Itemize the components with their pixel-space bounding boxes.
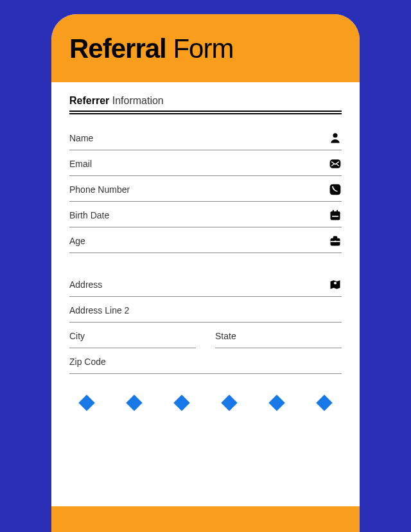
city-state-row: City State xyxy=(69,323,342,348)
field-gap xyxy=(69,253,342,271)
diamond-divider xyxy=(69,374,342,427)
address-label: Address xyxy=(69,279,102,290)
age-label: Age xyxy=(69,236,85,246)
birth-field[interactable]: Birth Date xyxy=(69,202,342,227)
zip-field[interactable]: Zip Code xyxy=(69,348,342,374)
svg-rect-7 xyxy=(337,209,338,212)
birth-label: Birth Date xyxy=(69,210,109,220)
section-rest: Information xyxy=(109,95,163,106)
city-field[interactable]: City xyxy=(69,323,196,348)
svg-rect-9 xyxy=(333,236,338,238)
diamond-icon xyxy=(173,395,189,411)
map-icon xyxy=(329,278,342,291)
svg-rect-1 xyxy=(330,159,341,168)
phone-field[interactable]: Phone Number xyxy=(69,176,342,202)
form-header: Referral Form xyxy=(51,14,360,82)
diamond-icon xyxy=(316,395,332,411)
svg-point-11 xyxy=(335,240,337,242)
age-field[interactable]: Age xyxy=(69,227,342,253)
calendar-icon xyxy=(329,209,342,222)
page-title: Referral Form xyxy=(69,33,342,64)
briefcase-icon xyxy=(329,235,342,247)
phone-label: Phone Number xyxy=(69,184,130,195)
zip-label: Zip Code xyxy=(69,357,106,367)
section-title: Referrer Information xyxy=(69,95,342,107)
state-field[interactable]: State xyxy=(215,323,342,348)
form-footer xyxy=(51,506,360,532)
person-icon xyxy=(329,132,342,145)
section-bold: Referrer xyxy=(69,95,109,106)
phone-icon xyxy=(329,183,342,196)
title-bold: Referral xyxy=(69,33,166,64)
title-rest: Form xyxy=(166,33,234,64)
email-icon xyxy=(329,157,342,170)
diamond-icon xyxy=(268,395,284,411)
email-field[interactable]: Email xyxy=(69,150,342,176)
svg-point-12 xyxy=(334,281,337,284)
svg-point-0 xyxy=(333,133,338,137)
name-label: Name xyxy=(69,133,93,143)
svg-rect-6 xyxy=(333,209,334,212)
svg-rect-4 xyxy=(331,211,340,214)
city-label: City xyxy=(69,331,85,341)
section-rule xyxy=(69,111,342,114)
name-field[interactable]: Name xyxy=(69,125,342,150)
svg-rect-2 xyxy=(330,184,341,195)
address2-field[interactable]: Address Line 2 xyxy=(69,297,342,323)
email-label: Email xyxy=(69,159,92,169)
address-field[interactable]: Address xyxy=(69,271,342,297)
diamond-icon xyxy=(126,395,142,411)
svg-rect-5 xyxy=(332,215,338,217)
form-card: Referral Form Referrer Information Name … xyxy=(51,14,360,532)
state-label: State xyxy=(215,331,236,341)
diamond-icon xyxy=(78,395,94,411)
form-body: Referrer Information Name Email Phone Nu… xyxy=(51,82,360,506)
address2-label: Address Line 2 xyxy=(69,305,129,315)
diamond-icon xyxy=(221,395,237,411)
